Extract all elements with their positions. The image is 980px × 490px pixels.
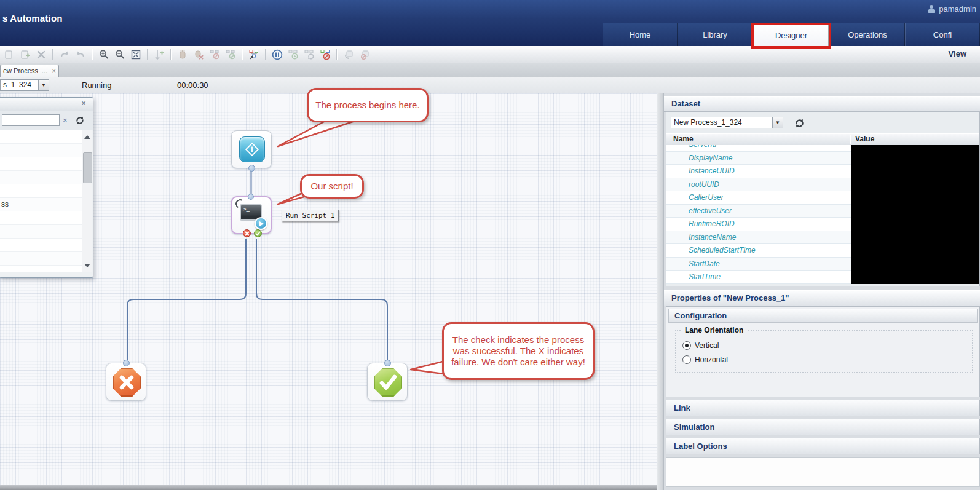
list-item[interactable]: [0, 252, 92, 266]
toolbar-separator: [52, 49, 53, 60]
redo-icon[interactable]: [57, 48, 73, 61]
success-operator-node[interactable]: [367, 363, 408, 401]
radio-horizontal[interactable]: Horizontal: [682, 355, 728, 364]
reset-all-icon[interactable]: [357, 48, 373, 61]
process-design-canvas[interactable]: [0, 93, 657, 490]
callout-text: The check indicates the process was succ…: [450, 334, 587, 368]
operator-name-label[interactable]: Run_Script_1: [282, 210, 339, 221]
run-script-operator-node[interactable]: >_: [231, 196, 272, 234]
output-port[interactable]: [248, 165, 255, 172]
vertical-scrollbar[interactable]: [82, 130, 92, 272]
radio-vertical[interactable]: Vertical: [682, 341, 719, 350]
dataset-section-header: Dataset: [664, 96, 980, 112]
list-item[interactable]: [0, 157, 92, 171]
nav-tab-library[interactable]: Library: [678, 23, 753, 46]
nav-tab-home[interactable]: Home: [603, 23, 678, 46]
properties-title: Properties of "New Process_1": [664, 291, 980, 305]
select-process-icon[interactable]: [246, 48, 262, 61]
column-header-name[interactable]: Name: [673, 134, 694, 144]
designer-toolbar: View: [0, 46, 980, 63]
list-item[interactable]: ss: [0, 198, 92, 211]
input-port[interactable]: [384, 360, 391, 366]
restart-process-icon[interactable]: [301, 48, 317, 61]
close-icon[interactable]: ×: [79, 98, 88, 108]
column-divider[interactable]: [850, 135, 851, 144]
palette-search-input[interactable]: [2, 114, 60, 126]
user-chip[interactable]: pamadmin: [927, 4, 976, 14]
panel-splitter[interactable]: [657, 93, 664, 490]
scroll-up-icon[interactable]: [84, 135, 90, 139]
resume-operator-icon[interactable]: [223, 48, 239, 61]
palette-titlebar[interactable]: − ×: [0, 98, 93, 111]
list-item[interactable]: [0, 225, 92, 239]
run-state-label: Running: [82, 81, 111, 90]
process-instance-combo[interactable]: s_1_324 ▼: [0, 79, 49, 91]
reset-icon[interactable]: [341, 48, 357, 61]
radio-button-selected[interactable]: [682, 341, 691, 350]
dropdown-arrow-icon[interactable]: ▼: [772, 117, 783, 128]
nav-tab-designer[interactable]: Designer: [754, 25, 829, 46]
nav-tab-configuration[interactable]: Confi: [905, 23, 980, 46]
input-port[interactable]: [248, 194, 254, 200]
fit-to-window-icon[interactable]: [128, 48, 144, 61]
simulation-accordion-header[interactable]: Simulation: [666, 419, 980, 435]
copy-icon[interactable]: [1, 48, 17, 61]
palette-list[interactable]: ss: [0, 130, 92, 272]
resume-process-icon[interactable]: [285, 48, 301, 61]
process-instance-value: s_1_324: [0, 79, 38, 91]
canvas-horizontal-scrollbar[interactable]: [0, 485, 657, 490]
tab-close-icon[interactable]: ×: [52, 66, 56, 75]
abort-process-icon[interactable]: [317, 48, 333, 61]
user-name: pamadmin: [939, 4, 976, 14]
success-port-icon[interactable]: [254, 229, 262, 237]
document-tab[interactable]: ew Process_... ×: [0, 65, 59, 77]
paste-icon[interactable]: [17, 48, 33, 61]
label-options-accordion-header[interactable]: Label Options: [666, 438, 980, 454]
dataset-column-headers: Name Value: [666, 133, 979, 146]
start-operator-node[interactable]: [231, 130, 272, 168]
dropdown-arrow-icon[interactable]: ▼: [38, 79, 49, 91]
column-header-value[interactable]: Value: [855, 134, 874, 144]
pan-icon[interactable]: [175, 48, 191, 61]
run-status-bar: s_1_324 ▼ Running 00:00:30: [0, 77, 980, 94]
list-item[interactable]: [0, 211, 92, 225]
scroll-down-icon[interactable]: [84, 264, 90, 267]
app-header: s Automation pamadmin Home Library Desig…: [0, 0, 980, 46]
input-port[interactable]: [123, 360, 130, 366]
dataset-process-combo[interactable]: New Process_1_324 ▼: [671, 117, 783, 128]
pause-process-icon[interactable]: [269, 48, 285, 61]
list-item[interactable]: [0, 239, 92, 252]
run-elapsed-time: 00:00:30: [177, 81, 208, 90]
clear-search-icon[interactable]: ×: [63, 116, 68, 125]
scrollbar-thumb[interactable]: [83, 152, 92, 183]
list-item[interactable]: [0, 144, 92, 157]
zoom-in-icon[interactable]: [96, 48, 112, 61]
toolbar-separator: [336, 49, 338, 60]
radio-button[interactable]: [682, 355, 691, 364]
document-tab-title: ew Process_...: [3, 67, 47, 74]
delete-icon[interactable]: [33, 48, 49, 61]
redacted-value-area: [851, 145, 979, 284]
undo-icon[interactable]: [73, 48, 89, 61]
success-check-icon: [374, 368, 402, 397]
suspend-operator-icon[interactable]: [207, 48, 223, 61]
refresh-icon[interactable]: [73, 114, 87, 127]
accordion-label: Simulation: [666, 419, 979, 435]
properties-footer-area: [666, 457, 980, 487]
link-accordion-header[interactable]: Link: [666, 400, 980, 416]
list-item[interactable]: [0, 130, 92, 144]
terminal-prompt: >_: [243, 206, 250, 212]
pan-cancel-icon[interactable]: [191, 48, 207, 61]
abort-operator-node[interactable]: [106, 363, 146, 401]
configuration-accordion-header[interactable]: Configuration: [668, 309, 978, 323]
dataset-refresh-icon[interactable]: [792, 116, 806, 130]
list-item[interactable]: [0, 184, 92, 198]
list-item[interactable]: [0, 171, 92, 184]
minimize-icon[interactable]: −: [67, 98, 76, 108]
nav-tab-operations[interactable]: Operations: [830, 23, 905, 46]
list-item[interactable]: [0, 266, 92, 272]
add-lane-icon[interactable]: [151, 48, 167, 61]
zoom-out-icon[interactable]: [112, 48, 128, 61]
view-menu[interactable]: View: [949, 49, 966, 58]
failure-port-icon[interactable]: [243, 229, 251, 237]
